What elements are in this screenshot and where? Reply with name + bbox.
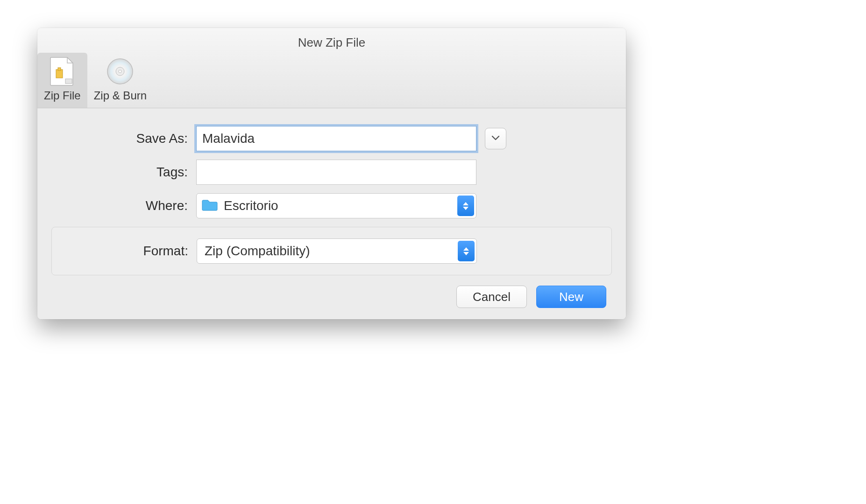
tab-row: Zip File: [37, 53, 626, 108]
updown-icon: [458, 241, 475, 261]
tab-zip-file-label: Zip File: [44, 89, 81, 102]
where-value: Escritorio: [224, 198, 278, 213]
format-value: Zip (Compatibility): [202, 244, 310, 259]
svg-rect-0: [56, 70, 63, 78]
new-zip-dialog: New Zip File Zip File: [37, 28, 626, 319]
where-select[interactable]: Escritorio: [196, 193, 476, 218]
zip-file-icon: [47, 56, 77, 86]
expand-button[interactable]: [485, 128, 506, 149]
format-select[interactable]: Zip (Compatibility): [197, 238, 477, 264]
tab-zip-file[interactable]: Zip File: [37, 53, 87, 108]
toolbar: New Zip File Zip File: [37, 28, 626, 108]
cancel-button[interactable]: Cancel: [456, 286, 527, 308]
chevron-down-icon: [491, 134, 500, 143]
tags-input[interactable]: [196, 160, 476, 185]
save-as-input[interactable]: [196, 126, 476, 151]
svg-point-5: [119, 70, 121, 73]
tab-zip-burn-label: Zip & Burn: [94, 89, 147, 102]
format-box: Format: Zip (Compatibility): [51, 227, 612, 275]
updown-icon: [457, 196, 474, 216]
folder-icon: [201, 198, 224, 213]
where-label: Where:: [51, 198, 196, 213]
svg-rect-2: [65, 79, 72, 84]
dialog-body: Save As: Tags: Where: Escritorio: [37, 108, 626, 319]
dialog-title: New Zip File: [37, 28, 626, 53]
tags-row: Tags:: [51, 160, 612, 185]
disc-icon: [105, 56, 135, 86]
save-as-row: Save As:: [51, 126, 612, 151]
tab-zip-burn[interactable]: Zip & Burn: [87, 53, 153, 108]
where-row: Where: Escritorio: [51, 193, 612, 218]
button-row: Cancel New: [51, 286, 612, 308]
save-as-label: Save As:: [51, 131, 196, 146]
new-button[interactable]: New: [536, 286, 606, 308]
svg-rect-1: [58, 68, 61, 70]
format-label: Format:: [52, 244, 197, 259]
format-row: Format: Zip (Compatibility): [52, 238, 611, 264]
tags-label: Tags:: [51, 165, 196, 180]
